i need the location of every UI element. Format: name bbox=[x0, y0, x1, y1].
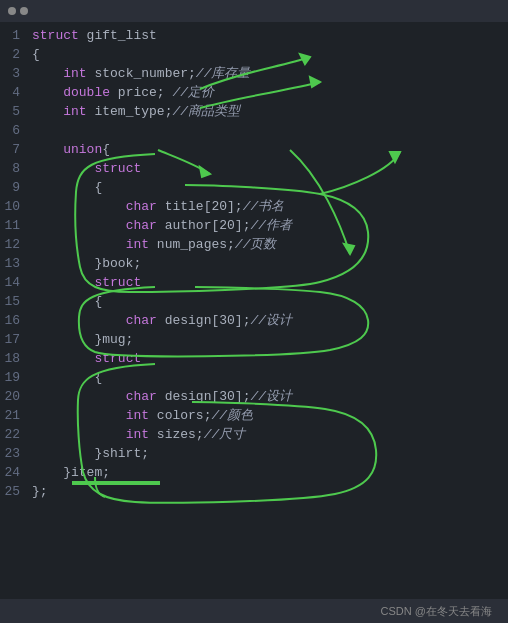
line-content: double price; //定价 bbox=[32, 83, 508, 102]
code-line: 16 char design[30];//设计 bbox=[0, 311, 508, 330]
line-content: char title[20];//书名 bbox=[32, 197, 508, 216]
code-line: 4 double price; //定价 bbox=[0, 83, 508, 102]
line-content: int stock_number;//库存量 bbox=[32, 64, 508, 83]
footer-text: CSDN @在冬天去看海 bbox=[381, 604, 492, 619]
code-line: 19 { bbox=[0, 368, 508, 387]
line-number: 23 bbox=[0, 444, 32, 463]
line-number: 25 bbox=[0, 482, 32, 501]
toolbar-dot-1 bbox=[8, 7, 16, 15]
line-number: 2 bbox=[0, 45, 32, 64]
code-line: 11 char author[20];//作者 bbox=[0, 216, 508, 235]
code-line: 10 char title[20];//书名 bbox=[0, 197, 508, 216]
line-content: }; bbox=[32, 482, 508, 501]
line-number: 21 bbox=[0, 406, 32, 425]
code-line: 15 { bbox=[0, 292, 508, 311]
line-content: }item; bbox=[32, 463, 508, 482]
line-content: { bbox=[32, 368, 508, 387]
code-line: 17 }mug; bbox=[0, 330, 508, 349]
line-number: 3 bbox=[0, 64, 32, 83]
code-line: 14 struct bbox=[0, 273, 508, 292]
line-number: 11 bbox=[0, 216, 32, 235]
code-line: 21 int colors;//颜色 bbox=[0, 406, 508, 425]
line-content: int item_type;//商品类型 bbox=[32, 102, 508, 121]
line-number: 10 bbox=[0, 197, 32, 216]
code-line: 12 int num_pages;//页数 bbox=[0, 235, 508, 254]
line-number: 9 bbox=[0, 178, 32, 197]
line-content: char design[30];//设计 bbox=[32, 311, 508, 330]
line-content: struct gift_list bbox=[32, 26, 508, 45]
code-editor: 1struct gift_list2{3 int stock_number;//… bbox=[0, 0, 508, 623]
line-number: 18 bbox=[0, 349, 32, 368]
code-line: 3 int stock_number;//库存量 bbox=[0, 64, 508, 83]
line-content: { bbox=[32, 178, 508, 197]
line-number: 20 bbox=[0, 387, 32, 406]
code-area: 1struct gift_list2{3 int stock_number;//… bbox=[0, 22, 508, 505]
toolbar-dot-2 bbox=[20, 7, 28, 15]
line-number: 4 bbox=[0, 83, 32, 102]
code-line: 6 bbox=[0, 121, 508, 140]
line-number: 12 bbox=[0, 235, 32, 254]
code-line: 18 struct bbox=[0, 349, 508, 368]
code-line: 25}; bbox=[0, 482, 508, 501]
line-content: }mug; bbox=[32, 330, 508, 349]
code-line: 23 }shirt; bbox=[0, 444, 508, 463]
code-line: 7 union{ bbox=[0, 140, 508, 159]
code-line: 1struct gift_list bbox=[0, 26, 508, 45]
line-content: { bbox=[32, 45, 508, 64]
line-number: 24 bbox=[0, 463, 32, 482]
line-number: 19 bbox=[0, 368, 32, 387]
code-line: 13 }book; bbox=[0, 254, 508, 273]
line-content: }shirt; bbox=[32, 444, 508, 463]
code-line: 24 }item; bbox=[0, 463, 508, 482]
line-content: char author[20];//作者 bbox=[32, 216, 508, 235]
code-line: 22 int sizes;//尺寸 bbox=[0, 425, 508, 444]
line-content: int sizes;//尺寸 bbox=[32, 425, 508, 444]
line-number: 14 bbox=[0, 273, 32, 292]
line-content: struct bbox=[32, 273, 508, 292]
line-content: int colors;//颜色 bbox=[32, 406, 508, 425]
line-number: 15 bbox=[0, 292, 32, 311]
line-number: 17 bbox=[0, 330, 32, 349]
line-content: int num_pages;//页数 bbox=[32, 235, 508, 254]
line-number: 13 bbox=[0, 254, 32, 273]
code-line: 20 char design[30];//设计 bbox=[0, 387, 508, 406]
editor-toolbar bbox=[0, 0, 508, 22]
line-number: 16 bbox=[0, 311, 32, 330]
line-number: 1 bbox=[0, 26, 32, 45]
code-line: 5 int item_type;//商品类型 bbox=[0, 102, 508, 121]
line-content: struct bbox=[32, 159, 508, 178]
line-content: char design[30];//设计 bbox=[32, 387, 508, 406]
code-line: 8 struct bbox=[0, 159, 508, 178]
line-content: { bbox=[32, 292, 508, 311]
line-number: 22 bbox=[0, 425, 32, 444]
line-content: union{ bbox=[32, 140, 508, 159]
line-number: 8 bbox=[0, 159, 32, 178]
line-number: 6 bbox=[0, 121, 32, 140]
line-number: 7 bbox=[0, 140, 32, 159]
footer: CSDN @在冬天去看海 bbox=[0, 599, 508, 623]
code-line: 2{ bbox=[0, 45, 508, 64]
code-line: 9 { bbox=[0, 178, 508, 197]
line-number: 5 bbox=[0, 102, 32, 121]
line-content: }book; bbox=[32, 254, 508, 273]
line-content: struct bbox=[32, 349, 508, 368]
